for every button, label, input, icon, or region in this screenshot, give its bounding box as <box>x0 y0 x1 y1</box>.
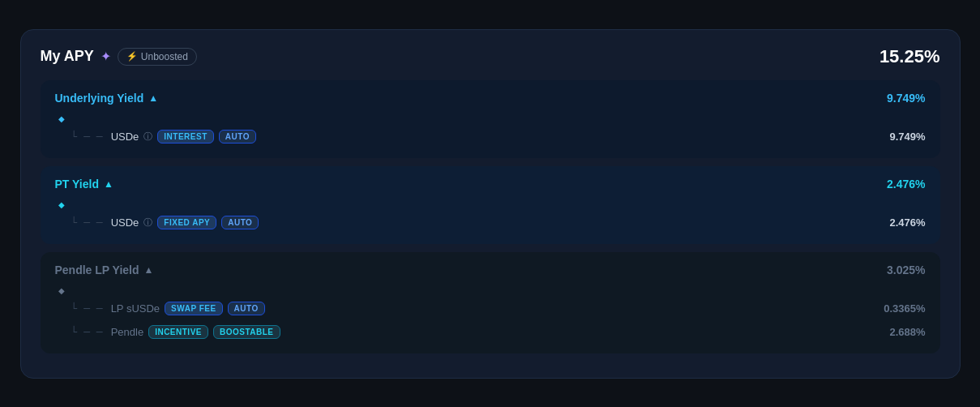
tag-auto-3: AUTO <box>228 302 265 315</box>
header-row: My APY ✦ ⚡ Unboosted 15.25% <box>41 46 940 67</box>
tag-interest-1: INTEREST <box>157 130 213 144</box>
section-header-pendle: Pendle LP Yield ▲ 3.025% <box>55 263 926 276</box>
tag-auto-2: AUTO <box>221 216 259 229</box>
tag-fixed-1: FIXED APY <box>157 216 216 229</box>
tag-auto-1: AUTO <box>219 130 256 144</box>
unboosted-badge[interactable]: ⚡ Unboosted <box>118 48 197 66</box>
chevron-up-icon-3: ▲ <box>144 264 154 276</box>
badge-label: Unboosted <box>141 51 188 62</box>
tree-connector-1: └ ─ ─ <box>71 131 103 143</box>
diamond-connector-2: ◆ <box>58 200 65 209</box>
section-header-underlying: Underlying Yield ▲ 9.749% <box>55 92 926 105</box>
header-left: My APY ✦ ⚡ Unboosted <box>41 48 197 66</box>
tree-connector-3: └ ─ ─ <box>71 302 103 315</box>
usde-fixed-value: 2.476% <box>889 216 925 229</box>
info-icon-2[interactable]: ⓘ <box>143 216 152 229</box>
section-header-pt: PT Yield ▲ 2.476% <box>55 178 926 191</box>
lp-susde-value: 0.3365% <box>884 302 925 315</box>
star-icon: ✦ <box>101 49 111 64</box>
row-left-usde: └ ─ ─ USDe ⓘ INTEREST AUTO <box>55 130 256 144</box>
underlying-yield-value: 9.749% <box>887 92 925 105</box>
row-left-pendle: └ ─ ─ Pendle INCENTIVE BOOSTABLE <box>55 325 280 339</box>
pendle-lp-value: 3.025% <box>887 263 925 276</box>
underlying-yield-rows: ◆ └ ─ ─ USDe ⓘ INTEREST AUTO 9.749% <box>55 113 926 147</box>
section-title-pendle[interactable]: Pendle LP Yield ▲ <box>55 263 154 276</box>
usde-fixed-row: └ ─ ─ USDe ⓘ FIXED APY AUTO 2.476% <box>55 212 926 233</box>
widget-title: My APY <box>41 48 94 65</box>
pt-yield-section: PT Yield ▲ 2.476% ◆ └ ─ ─ USDe ⓘ FIXED A… <box>41 166 940 244</box>
usde-interest-value: 9.749% <box>889 131 925 143</box>
diamond-connector-3: ◆ <box>58 286 65 295</box>
pendle-lp-rows: ◆ └ ─ ─ LP sUSDe SWAP FEE AUTO 0.3365% └… <box>55 285 926 342</box>
row-left-pt: └ ─ ─ USDe ⓘ FIXED APY AUTO <box>55 216 259 229</box>
diamond-connector-1: ◆ <box>58 114 65 123</box>
info-icon-1[interactable]: ⓘ <box>143 131 152 143</box>
tag-swap-1: SWAP FEE <box>165 302 223 315</box>
pt-yield-label: PT Yield <box>55 178 99 191</box>
lp-susde-label: LP sUSDe <box>111 302 160 315</box>
pendle-label: Pendle <box>111 326 143 338</box>
pendle-incentive-row: └ ─ ─ Pendle INCENTIVE BOOSTABLE 2.688% <box>55 322 926 342</box>
total-apy: 15.25% <box>879 46 940 67</box>
underlying-yield-section: Underlying Yield ▲ 9.749% ◆ └ ─ ─ USDe ⓘ… <box>41 80 940 158</box>
tree-connector-2: └ ─ ─ <box>71 216 103 229</box>
section-title-underlying[interactable]: Underlying Yield ▲ <box>55 92 159 105</box>
pendle-incentive-value: 2.688% <box>889 326 925 338</box>
section-title-pt[interactable]: PT Yield ▲ <box>55 178 113 191</box>
row-left-lp: └ ─ ─ LP sUSDe SWAP FEE AUTO <box>55 302 265 315</box>
underlying-yield-label: Underlying Yield <box>55 92 144 105</box>
usde-label-2: USDe <box>111 216 139 229</box>
tag-incentive-1: INCENTIVE <box>148 325 208 339</box>
usde-label-1: USDe <box>111 131 139 143</box>
chevron-up-icon: ▲ <box>148 92 158 104</box>
tag-boostable-1: BOOSTABLE <box>213 325 280 339</box>
lp-susde-row: └ ─ ─ LP sUSDe SWAP FEE AUTO 0.3365% <box>55 298 926 319</box>
pt-yield-rows: ◆ └ ─ ─ USDe ⓘ FIXED APY AUTO 2.476% <box>55 199 926 233</box>
pt-yield-value: 2.476% <box>887 178 925 191</box>
chevron-up-icon-2: ▲ <box>104 178 113 190</box>
apy-widget: My APY ✦ ⚡ Unboosted 15.25% Underlying Y… <box>20 29 961 379</box>
pendle-lp-label: Pendle LP Yield <box>55 263 139 276</box>
tree-connector-4: └ ─ ─ <box>71 326 103 338</box>
bolt-icon: ⚡ <box>126 51 138 62</box>
pendle-lp-section: Pendle LP Yield ▲ 3.025% ◆ └ ─ ─ LP sUSD… <box>41 252 940 353</box>
usde-interest-row: └ ─ ─ USDe ⓘ INTEREST AUTO 9.749% <box>55 126 926 147</box>
